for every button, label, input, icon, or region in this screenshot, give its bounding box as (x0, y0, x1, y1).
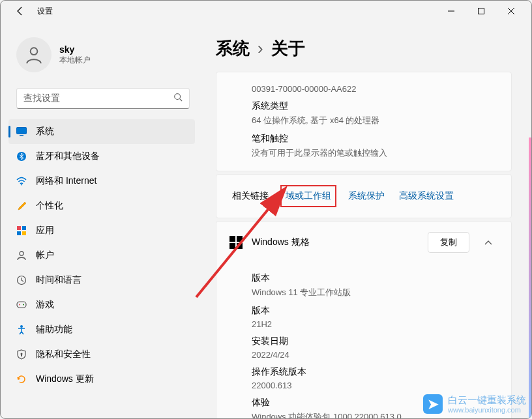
windows-logo-icon (229, 236, 243, 249)
nav-label: 帐户 (36, 250, 54, 261)
link-system-protection[interactable]: 系统保护 (346, 189, 387, 203)
link-advanced-settings[interactable]: 高级系统设置 (396, 189, 456, 203)
svg-point-19 (23, 304, 24, 306)
shield-icon (16, 349, 27, 360)
nav-time-language[interactable]: 时间和语言 (8, 268, 195, 293)
breadcrumb: 系统 › 关于 (216, 37, 512, 60)
copy-button[interactable]: 复制 (428, 232, 469, 253)
nav-label: 个性化 (36, 200, 63, 212)
system-type-label: 系统类型 (252, 100, 495, 112)
nav-label: 辅助功能 (36, 324, 72, 336)
svg-rect-12 (22, 226, 26, 230)
related-links-card: 相关链接 域或工作组 系统保护 高级系统设置 (216, 174, 512, 218)
windows-spec-card: Windows 规格 复制 版本 Windows 11 专业工作站版 版本 21… (216, 221, 512, 418)
device-info-card: 00391-70000-00000-AA622 系统类型 64 位操作系统, 基… (216, 72, 512, 171)
user-name: sky (59, 44, 91, 55)
nav-system[interactable]: 系统 (8, 119, 195, 144)
os-build-label: 操作系统版本 (252, 366, 495, 378)
svg-rect-8 (20, 135, 23, 136)
svg-point-4 (31, 48, 38, 55)
version-value: 21H2 (252, 319, 495, 329)
decorative-strip (529, 137, 531, 418)
pen-touch-value: 没有可用于此显示器的笔或触控输入 (252, 147, 495, 159)
svg-rect-17 (17, 302, 26, 308)
nav-label: 应用 (36, 225, 54, 237)
product-id-value: 00391-70000-00000-AA622 (252, 84, 495, 94)
user-section[interactable]: sky 本地帐户 (1, 22, 203, 85)
search-icon (173, 93, 183, 104)
watermark-title: 白云一键重装系统 (448, 394, 526, 406)
svg-rect-14 (22, 231, 26, 235)
app-title: 设置 (37, 6, 53, 17)
wifi-icon (16, 176, 27, 186)
svg-rect-22 (21, 354, 22, 356)
close-button[interactable] (496, 1, 526, 22)
svg-rect-7 (17, 128, 27, 134)
nav-list: 系统 蓝牙和其他设备 网络和 Internet 个性化 应用 (1, 117, 203, 418)
system-icon (16, 126, 27, 137)
nav-label: 系统 (36, 126, 54, 137)
apps-icon (16, 225, 27, 236)
breadcrumb-page: 关于 (271, 37, 305, 60)
maximize-button[interactable] (466, 1, 496, 22)
system-type-value: 64 位操作系统, 基于 x64 的处理器 (252, 115, 495, 126)
user-type: 本地帐户 (59, 55, 91, 66)
watermark: ➤ 白云一键重装系统 www.baiyunxitong.com (423, 394, 526, 414)
svg-rect-11 (17, 226, 21, 230)
install-date-value: 2022/4/24 (252, 350, 495, 360)
os-build-value: 22000.613 (252, 381, 495, 390)
main-content: 系统 › 关于 00391-70000-00000-AA622 系统类型 64 … (203, 22, 531, 418)
link-domain-workgroup[interactable]: 域或工作组 (280, 185, 336, 207)
titlebar: 设置 (1, 1, 531, 22)
search-placeholder: 查找设置 (23, 93, 60, 104)
nav-privacy[interactable]: 隐私和安全性 (8, 342, 195, 367)
sidebar: sky 本地帐户 查找设置 系统 蓝牙和其他设备 网 (1, 22, 203, 418)
watermark-icon: ➤ (423, 394, 443, 414)
nav-network[interactable]: 网络和 Internet (8, 169, 195, 194)
nav-windows-update[interactable]: Windows 更新 (8, 367, 195, 392)
version-label: 版本 (252, 305, 495, 317)
back-button[interactable] (14, 5, 27, 18)
install-date-label: 安装日期 (252, 336, 495, 347)
nav-accounts[interactable]: 帐户 (8, 243, 195, 268)
chevron-right-icon: › (258, 38, 263, 59)
brush-icon (16, 201, 27, 211)
avatar (16, 37, 52, 72)
nav-label: 隐私和安全性 (36, 349, 91, 360)
chevron-up-icon[interactable] (479, 237, 498, 248)
svg-point-5 (175, 94, 181, 100)
breadcrumb-root[interactable]: 系统 (216, 37, 250, 60)
watermark-url: www.baiyunxitong.com (448, 406, 526, 414)
person-icon (16, 250, 27, 261)
edition-value: Windows 11 专业工作站版 (252, 287, 495, 298)
svg-rect-1 (479, 8, 484, 14)
nav-apps[interactable]: 应用 (8, 218, 195, 243)
edition-label: 版本 (252, 272, 495, 284)
nav-gaming[interactable]: 游戏 (8, 293, 195, 317)
pen-touch-label: 笔和触控 (252, 133, 495, 145)
svg-point-20 (20, 325, 23, 328)
nav-accessibility[interactable]: 辅助功能 (8, 317, 195, 342)
nav-label: 网络和 Internet (36, 175, 96, 187)
nav-label: 蓝牙和其他设备 (36, 151, 100, 162)
bluetooth-icon (16, 151, 27, 162)
nav-label: 时间和语言 (36, 274, 81, 286)
svg-point-18 (19, 304, 20, 306)
update-icon (16, 374, 27, 384)
gamepad-icon (16, 300, 27, 310)
svg-line-6 (180, 99, 183, 102)
clock-globe-icon (16, 275, 27, 285)
nav-label: 游戏 (36, 299, 54, 311)
svg-rect-13 (17, 231, 21, 235)
minimize-button[interactable] (436, 1, 466, 22)
related-links-label: 相关链接 (232, 190, 269, 202)
nav-label: Windows 更新 (36, 373, 94, 385)
spec-title: Windows 规格 (252, 237, 419, 248)
search-input[interactable]: 查找设置 (16, 88, 190, 109)
nav-bluetooth[interactable]: 蓝牙和其他设备 (8, 144, 195, 169)
accessibility-icon (16, 325, 27, 335)
svg-point-15 (20, 252, 23, 255)
nav-personalization[interactable]: 个性化 (8, 194, 195, 218)
svg-point-10 (21, 184, 22, 186)
